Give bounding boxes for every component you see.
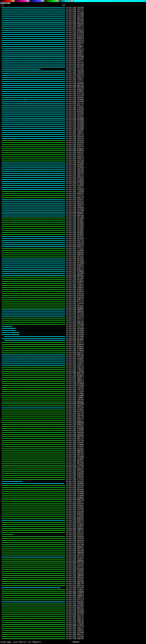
alignment-bar[interactable] [2, 489, 65, 490]
alignment-bar[interactable] [2, 65, 65, 65]
alignment-bar[interactable] [2, 18, 65, 18]
hit-label[interactable]: UniRef100_UPI000... [66, 119, 87, 121]
alignment-bar[interactable] [2, 177, 65, 178]
hit-label[interactable]: UniRef100_A6YME8 [66, 223, 84, 225]
alignment-bar[interactable] [2, 342, 65, 343]
alignment-bar[interactable] [2, 630, 65, 631]
alignment-bar[interactable] [2, 293, 65, 294]
hit-label[interactable]: UniRef100_A6YMD3 [66, 229, 84, 232]
hit-label[interactable]: UniRef100_C1E8J5 [66, 592, 84, 595]
hit-label[interactable]: UniRef100_Q42848 [66, 489, 84, 491]
hit-label[interactable]: UniRef100_UPI000... [66, 125, 87, 127]
hit-label[interactable]: UniRef100_B9W9H0 [66, 421, 84, 423]
alignment-bar[interactable] [2, 218, 65, 218]
alignment-bar[interactable] [2, 263, 65, 264]
hit-label[interactable]: UniRef100_Q6BT66 [66, 619, 84, 622]
hit-label[interactable]: UniRef100_UPI000... [66, 162, 87, 164]
hit-label[interactable]: UniRef100_C6SJA9 [66, 407, 84, 409]
hit-label[interactable]: UniRef100_B6AGG8 [66, 540, 84, 542]
hit-label[interactable]: UniRef100_A9TGN0 [66, 56, 84, 58]
alignment-bar[interactable] [2, 561, 65, 562]
alignment-bar[interactable] [2, 56, 65, 57]
hit-label[interactable]: UniRef100_B6VC51 [66, 44, 84, 46]
alignment-bar[interactable] [2, 428, 65, 429]
alignment-bar[interactable] [2, 69, 41, 70]
alignment-bar[interactable] [2, 154, 65, 155]
hit-label[interactable]: UniRef100_C9H7C9 [66, 134, 84, 136]
hit-label[interactable]: UniRef100_B6H147 [66, 634, 84, 636]
hit-label[interactable]: UniRef100_A3GFB5 [66, 356, 84, 358]
hit-label[interactable]: UniRef100_B6KL32 [66, 268, 84, 270]
hit-label[interactable]: UniRef100_Q75W60 [66, 350, 84, 352]
hit-label[interactable]: UniRef100_Q16U57 [66, 282, 84, 284]
hit-label[interactable]: UniRef100_B5YNV5 [66, 605, 84, 607]
hit-label[interactable]: UniRef100_C3ZL87 [66, 248, 84, 250]
hit-label[interactable]: UniRef100_Q0P8U2 [66, 274, 84, 276]
alignment-bar[interactable] [2, 42, 65, 43]
alignment-bar[interactable] [2, 522, 65, 523]
alignment-bar[interactable] [2, 457, 65, 457]
alignment-bar[interactable] [2, 361, 65, 362]
hit-label[interactable]: UniRef100_Q2UGK3 [66, 434, 84, 436]
hit-label[interactable]: UniRef100_A6YMD2 [66, 232, 84, 234]
hit-label[interactable]: UniRef100_A7QAC2 [66, 78, 84, 80]
hit-label[interactable]: UniRef100_B8LDH2 [66, 601, 84, 603]
alignment-bar[interactable] [2, 402, 65, 402]
hit-label[interactable]: UniRef100_P19253 [66, 154, 84, 156]
alignment-bar[interactable] [2, 54, 65, 55]
hit-label[interactable]: UniRef100_A9P637 [66, 54, 84, 56]
hit-label[interactable]: UniRef100_Q4P8F5 [66, 376, 84, 378]
hit-label[interactable]: UniRef100_Q38AH8 [66, 511, 84, 513]
alignment-bar[interactable] [2, 189, 65, 190]
alignment-bar[interactable] [2, 138, 65, 139]
alignment-bar[interactable] [2, 363, 65, 364]
hit-label[interactable]: UniRef100_C4HT96 [66, 72, 84, 74]
alignment-bar[interactable] [2, 379, 65, 380]
hit-label[interactable]: UniRef100_B6QGZ1 [66, 405, 84, 407]
hit-label[interactable]: UniRef100_B3GM66 [66, 270, 84, 272]
alignment-bar[interactable] [2, 150, 65, 151]
alignment-bar[interactable] [2, 67, 65, 68]
hit-label[interactable]: UniRef100_A6YME4 [66, 221, 84, 223]
hit-label[interactable]: UniRef100_C3SVU9 [66, 360, 84, 362]
hit-label[interactable]: UniRef100_Q7ZUK9 [66, 178, 84, 180]
hit-label[interactable]: UniRef100_UPI000... [66, 323, 87, 325]
alignment-bar[interactable] [2, 238, 65, 239]
alignment-bar[interactable] [2, 426, 65, 427]
alignment-bar[interactable] [2, 126, 65, 126]
alignment-bar[interactable] [2, 557, 65, 558]
alignment-bar[interactable] [2, 296, 65, 296]
alignment-bar[interactable] [2, 171, 65, 172]
alignment-bar[interactable] [2, 134, 65, 135]
alignment-bar[interactable] [2, 418, 65, 418]
alignment-bar[interactable] [2, 75, 65, 76]
alignment-bar[interactable] [2, 22, 65, 22]
alignment-bar[interactable] [2, 244, 65, 245]
alignment-bar[interactable] [2, 506, 65, 506]
hit-label[interactable]: UniRef100_Q759A8 [66, 470, 84, 472]
hit-label[interactable]: UniRef100_B5GZ90 [66, 109, 84, 111]
alignment-bar[interactable] [2, 230, 65, 231]
alignment-bar[interactable] [2, 281, 65, 282]
alignment-bar[interactable] [2, 614, 65, 614]
alignment-bar[interactable] [2, 475, 65, 476]
hit-label[interactable]: UniRef100_Q9FKC0 [66, 36, 84, 38]
hit-label[interactable]: UniRef100_C5DBH7 [66, 397, 84, 399]
alignment-bar[interactable] [2, 406, 65, 406]
hit-label[interactable]: UniRef100_UPI000... [66, 632, 87, 634]
alignment-bar[interactable] [2, 306, 65, 306]
hit-label[interactable]: UniRef100_A6YM73 [66, 236, 84, 238]
alignment-bar[interactable] [2, 344, 65, 345]
hit-label[interactable]: UniRef100_C4Y8Q3 [66, 464, 84, 466]
hit-label[interactable]: UniRef100_B2VM20 [66, 258, 84, 260]
alignment-bar[interactable] [2, 106, 65, 106]
alignment-bar[interactable] [2, 469, 65, 470]
alignment-bar[interactable] [2, 20, 65, 20]
alignment-bar[interactable] [2, 60, 65, 61]
hit-label[interactable]: UniRef100_B3RBH2 [66, 348, 84, 350]
alignment-bar[interactable] [2, 350, 65, 351]
hit-label[interactable]: UniRef100_B6XS31 [66, 352, 84, 354]
hit-label[interactable]: UniRef100_A9QQ28 [66, 203, 84, 205]
alignment-bar[interactable] [2, 136, 65, 137]
alignment-bar[interactable] [2, 628, 65, 629]
